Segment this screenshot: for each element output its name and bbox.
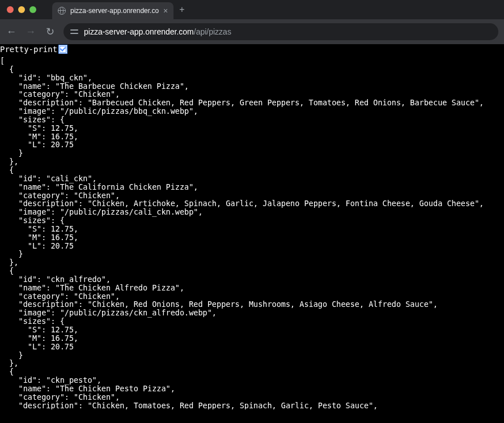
site-settings-button[interactable] — [70, 28, 78, 35]
reload-icon: ↻ — [46, 27, 54, 37]
globe-icon — [58, 7, 66, 15]
url-text: pizza-server-app.onrender.com/api/pizzas — [84, 27, 231, 36]
tab-strip: pizza-server-app.onrender.co × + — [52, 0, 185, 19]
arrow-right-icon: → — [26, 27, 36, 37]
new-tab-button[interactable]: + — [179, 5, 184, 15]
tune-icon — [70, 28, 78, 35]
pretty-print-bar: Pretty-print — [0, 44, 504, 54]
reload-button[interactable]: ↻ — [44, 26, 56, 37]
pretty-print-label: Pretty-print — [0, 45, 57, 54]
close-tab-icon[interactable]: × — [163, 6, 168, 15]
url-path: /api/pizzas — [194, 27, 231, 36]
tab-title: pizza-server-app.onrender.co — [70, 7, 159, 15]
browser-tab[interactable]: pizza-server-app.onrender.co × — [52, 2, 173, 19]
pretty-print-checkbox-wrap — [58, 45, 67, 54]
window-minimize-button[interactable] — [18, 6, 25, 13]
address-bar[interactable]: pizza-server-app.onrender.com/api/pizzas — [63, 23, 498, 40]
window-close-button[interactable] — [7, 6, 14, 13]
url-host: pizza-server-app.onrender.com — [84, 27, 194, 36]
pretty-print-checkbox[interactable] — [60, 46, 66, 53]
window-maximize-button[interactable] — [29, 6, 36, 13]
browser-toolbar: ← → ↻ pizza-server-app.onrender.com/api/… — [0, 19, 504, 44]
titlebar: pizza-server-app.onrender.co × + — [0, 0, 504, 19]
back-button[interactable]: ← — [6, 26, 17, 37]
arrow-left-icon: ← — [6, 27, 16, 37]
forward-button[interactable]: → — [25, 26, 36, 37]
json-response-body[interactable]: [ { "id": "bbq_ckn", "name": "The Barbec… — [0, 54, 504, 409]
